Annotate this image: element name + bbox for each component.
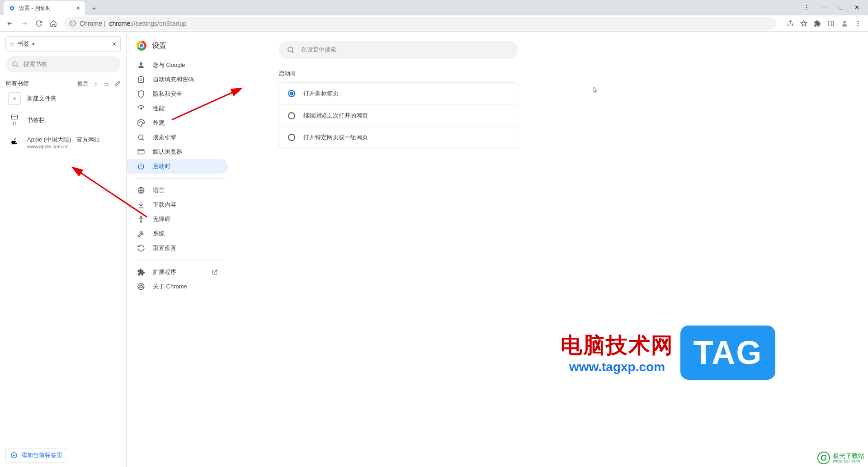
puzzle-icon [137,268,146,276]
url-scheme: Chrome [80,20,102,27]
palette-icon [137,119,146,127]
watermark: 电脑技术网 www.tagxp.com TAG [561,325,775,380]
edit-icon[interactable] [114,80,121,87]
corner-wm-text1: 极光下载站 [833,453,864,459]
menu-icon[interactable] [852,17,864,30]
panel-icon: 11 [8,114,21,127]
svg-point-18 [141,216,142,217]
window-close-icon[interactable]: ✕ [854,4,860,11]
star-icon: ☆ [9,41,15,47]
svg-point-13 [141,121,142,122]
plus-icon: + [8,92,21,105]
nav-default-browser[interactable]: 默认浏览器 [127,145,228,159]
svg-rect-1 [828,21,834,26]
svg-point-14 [142,122,143,123]
bookmarks-panel: ☆ 书签▼ ✕ 搜索书签 所有书签 最后 + 新建文件夹 11 书签栏 [0,32,127,467]
search-icon [287,46,295,54]
reload-button[interactable] [33,17,45,30]
window-more-icon[interactable]: … [805,4,811,10]
download-icon [137,201,146,209]
option-continue[interactable]: 继续浏览上次打开的网页 [279,104,518,126]
wrench-icon [137,230,146,238]
section-title-startup: 启动时 [278,70,518,78]
nav-languages[interactable]: 语言 [127,183,228,198]
settings-content: 在设置中搜索 启动时 打开新标签页 继续浏览上次打开的网页 打开特定网页或一组网… [235,32,868,467]
svg-point-20 [140,285,142,288]
nav-about-chrome[interactable]: 关于 Chrome [127,279,228,294]
cursor-pointer-icon [591,86,599,95]
nav-search-engine[interactable]: 搜索引擎 [127,130,228,145]
radio-selected-icon[interactable] [288,90,295,97]
home-button[interactable] [47,17,60,30]
profile-icon[interactable] [838,17,851,30]
bookmark-star-icon[interactable] [797,17,810,30]
external-link-icon [212,269,218,275]
tab-title: 设置 - 启动时 [19,5,51,12]
nav-extensions[interactable]: 扩展程序 [127,265,228,279]
nav-system[interactable]: 系统 [127,226,228,241]
chevron-down-icon: ▼ [31,42,36,47]
nav-accessibility[interactable]: 无障碍 [127,212,228,226]
window-minimize-icon[interactable]: ― [821,4,827,11]
side-panel-icon[interactable] [825,17,837,30]
new-tab-button[interactable]: + [88,2,100,14]
svg-point-12 [139,122,140,123]
radio-icon[interactable] [288,112,295,119]
window-controls: … ― □ ✕ [797,0,868,14]
radio-icon[interactable] [288,134,295,141]
bookmarks-bar-item[interactable]: 11 书签栏 [5,109,121,131]
browser-tab[interactable]: 设置 - 启动时 ✕ [4,1,85,15]
all-bookmarks-label: 所有书签 [5,80,73,88]
gear-icon [8,5,15,12]
svg-point-4 [858,23,859,24]
url-host: chrome: [109,20,132,27]
bookmarks-header-row: 所有书签 最后 [5,80,121,88]
option-new-tab-label: 打开新标签页 [303,90,339,98]
svg-point-3 [858,21,859,22]
nav-appearance[interactable]: 外观 [127,116,228,130]
url-path: //settings/onStartup [132,20,187,27]
nav-downloads[interactable]: 下载内容 [127,198,228,212]
extensions-icon[interactable] [811,17,824,30]
restore-icon [137,244,146,252]
startup-options-card: 打开新标签页 继续浏览上次打开的网页 打开特定网页或一组网页 [278,82,518,148]
watermark-cn: 电脑技术网 [561,331,674,360]
accessibility-icon [137,215,146,223]
tab-close-icon[interactable]: ✕ [76,5,80,11]
svg-point-9 [140,62,142,65]
svg-point-15 [138,135,143,140]
nav-performance[interactable]: 性能 [127,101,228,116]
view-list-icon[interactable] [104,80,110,87]
nav-privacy[interactable]: 隐私和安全 [127,87,228,101]
share-icon[interactable] [784,17,797,30]
filter-icon[interactable] [93,80,99,87]
close-panel-icon[interactable]: ✕ [112,41,117,47]
bookmarks-search[interactable]: 搜索书签 [5,56,121,72]
new-folder-item[interactable]: + 新建文件夹 [5,88,121,109]
bookmarks-search-placeholder: 搜索书签 [24,60,47,68]
nav-you-and-google[interactable]: 您与 Google [127,58,228,72]
site-info-icon[interactable] [70,20,76,27]
corner-logo-icon: G [817,452,830,464]
bookmarks-panel-selector[interactable]: ☆ 书签▼ ✕ [5,36,121,52]
svg-point-11 [141,108,142,109]
nav-on-startup[interactable]: 启动时 [127,159,228,174]
window-maximize-icon[interactable]: □ [837,4,844,11]
sort-label[interactable]: 最后 [77,80,88,88]
add-current-tab-button[interactable]: 添加当前标签页 [5,448,67,462]
corner-wm-text2: www.xz7.com [833,459,864,463]
option-new-tab[interactable]: 打开新标签页 [279,83,518,104]
nav-reset[interactable]: 重置设置 [127,241,228,255]
settings-search[interactable]: 在设置中搜索 [278,41,518,59]
person-icon [137,61,146,69]
address-bar[interactable]: Chrome | chrome://settings/onStartup [64,17,777,30]
option-specific-pages[interactable]: 打开特定网页或一组网页 [279,126,518,148]
svg-point-6 [13,62,17,66]
browser-icon [137,148,146,156]
bookmark-entry-apple[interactable]: Apple (中国大陆) - 官方网站 www.apple.com.cn [5,131,121,154]
svg-rect-10 [139,77,144,83]
back-button[interactable] [4,17,16,30]
option-continue-label: 继续浏览上次打开的网页 [303,112,368,120]
nav-autofill[interactable]: 自动填充和密码 [127,72,228,87]
forward-button[interactable] [18,17,31,30]
